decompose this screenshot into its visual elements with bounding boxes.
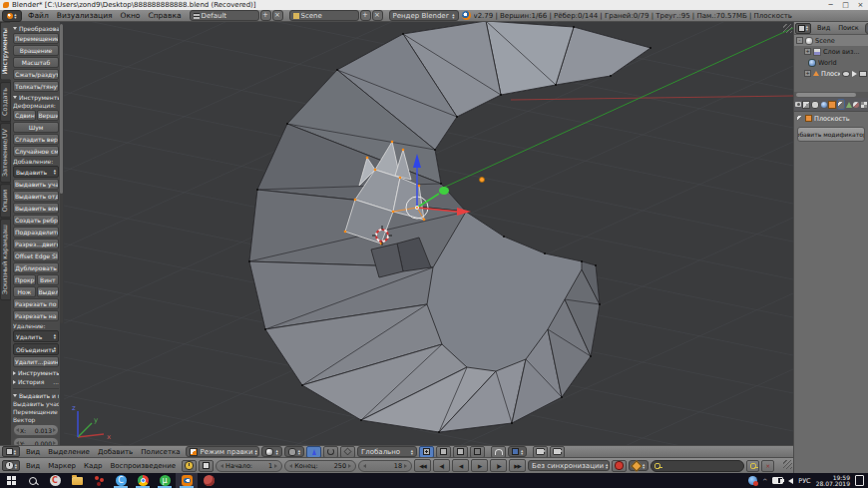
3d-viewport[interactable]: x y z xyxy=(64,22,793,445)
play-button[interactable] xyxy=(471,459,488,472)
mesh-tool-button[interactable]: Создать ребро/г... xyxy=(13,215,59,226)
mesh-tool-button[interactable]: Подразделить xyxy=(13,227,59,238)
expand-toggle-icon[interactable]: + xyxy=(804,48,811,55)
taskbar-file-explorer[interactable] xyxy=(66,473,88,488)
occlude-geometry-button[interactable] xyxy=(470,446,485,458)
mode-select[interactable]: Режим правки xyxy=(186,446,259,457)
tab-modifiers[interactable] xyxy=(837,99,845,110)
tab-object-data[interactable] xyxy=(846,99,852,110)
shading-select[interactable] xyxy=(261,446,281,457)
taskbar-app-brain[interactable] xyxy=(198,473,219,488)
outliner-item-plane[interactable]: + Плоскость xyxy=(794,68,868,79)
menu-item[interactable]: Выделение xyxy=(44,448,94,456)
network-status-icon[interactable] xyxy=(748,476,757,485)
taskbar-search-button[interactable] xyxy=(22,473,44,488)
preview-range-button[interactable] xyxy=(182,460,197,472)
expand-toggle-icon[interactable]: + xyxy=(804,70,811,77)
menu-item[interactable]: Вид xyxy=(22,448,44,456)
mesh-tool-button[interactable]: Прокру xyxy=(13,274,36,285)
editor-type-button[interactable] xyxy=(2,446,20,457)
delete-keyframe-button[interactable]: × xyxy=(761,460,774,472)
toolshelf-tab[interactable]: Опции xyxy=(0,184,11,218)
add-layout-button[interactable] xyxy=(260,10,271,21)
tab-object[interactable] xyxy=(828,99,836,110)
maximize-button[interactable] xyxy=(838,0,853,10)
toolshelf-tab[interactable]: Затенение/UV xyxy=(0,123,11,183)
taskbar-ccleaner[interactable] xyxy=(44,473,66,488)
previous-keyframe-button[interactable] xyxy=(433,459,450,472)
taskbar-browser-c[interactable] xyxy=(110,473,132,488)
edge-select-button[interactable] xyxy=(436,446,451,458)
keying-set-select[interactable] xyxy=(629,460,649,471)
outliner-item-renderlayers[interactable]: + Слои виз... xyxy=(794,46,868,57)
language-indicator[interactable]: РУС xyxy=(798,477,810,485)
mesh-tool-button[interactable]: Разрезать по пр... xyxy=(13,298,59,309)
mesh-tool-button[interactable]: Нож xyxy=(13,286,36,297)
delete-select[interactable]: Удалить xyxy=(13,330,59,342)
tab-scene[interactable] xyxy=(811,99,819,110)
add-modifier-button[interactable]: Добавить модификатор xyxy=(797,127,865,142)
mesh-tool-button[interactable]: Дублировать xyxy=(13,262,59,273)
face-select-button[interactable] xyxy=(453,446,468,458)
delete-layout-button[interactable] xyxy=(272,10,283,21)
taskbar-clock[interactable]: 19:59 28.07.2019 xyxy=(816,475,850,487)
menu-item[interactable]: Вид xyxy=(22,462,44,470)
current-frame-field[interactable]: 18 xyxy=(358,460,412,472)
tray-expand-icon[interactable] xyxy=(762,477,767,484)
selectability-pointer-icon[interactable] xyxy=(852,71,857,77)
speaker-icon[interactable] xyxy=(788,478,793,484)
outliner-editor-type-button[interactable] xyxy=(795,23,811,34)
outliner-item-world[interactable]: World xyxy=(794,57,868,68)
menu-item[interactable]: Справка xyxy=(144,11,185,20)
transform-button[interactable]: Сжать/раздуть xyxy=(13,69,59,80)
extrude-select[interactable]: Выдавить xyxy=(13,166,59,178)
jump-to-start-button[interactable] xyxy=(414,459,431,472)
orientation-select[interactable]: Глобально xyxy=(357,446,417,457)
mesh-tool-button[interactable]: Offset Edge Slide xyxy=(13,250,59,261)
decrement-arrow-icon[interactable] xyxy=(16,428,19,432)
panel-history-header[interactable]: История... xyxy=(13,377,59,386)
tab-render-layers[interactable] xyxy=(802,99,810,110)
deform-button[interactable]: Случайное сме... xyxy=(13,146,59,157)
mesh-tool-button[interactable]: Выдела xyxy=(37,286,60,297)
toolshelf-tab[interactable]: Инструменты xyxy=(0,22,11,81)
insert-keyframe-button[interactable] xyxy=(746,460,759,472)
remove-doubles-button[interactable]: Удалит...раины xyxy=(13,356,59,367)
viewport-resize-grip[interactable] xyxy=(783,24,792,33)
tab-texture[interactable] xyxy=(861,99,867,110)
mesh-tool-button[interactable]: Винт xyxy=(37,274,60,285)
taskbar-blender[interactable] xyxy=(176,473,198,488)
render-engine-select[interactable]: Рендер Blender xyxy=(389,10,459,21)
outliner-item-scene[interactable]: - Scene xyxy=(794,35,868,46)
transform-button[interactable]: Толкать/тянуть xyxy=(13,81,59,92)
mesh-tool-button[interactable]: Разрезать на 2 ... xyxy=(13,310,59,321)
mesh-tool-button[interactable]: Выдавить участ... xyxy=(13,179,59,190)
tab-material[interactable] xyxy=(853,99,859,110)
jump-to-end-button[interactable] xyxy=(509,459,526,472)
auto-keyframe-button[interactable] xyxy=(612,460,627,472)
screen-layout-select[interactable]: Default xyxy=(190,10,259,21)
keying-set-search-field[interactable] xyxy=(651,460,744,472)
frame-start-field[interactable]: Начало:1 xyxy=(216,460,282,472)
pivot-select[interactable] xyxy=(284,446,304,457)
timeline-editor-type-button[interactable] xyxy=(2,460,20,471)
panel-weight-tools-header[interactable]: Инструменты ве... xyxy=(13,368,59,377)
snap-element-select[interactable] xyxy=(508,446,527,457)
renderability-camera-icon[interactable] xyxy=(859,71,867,77)
taskbar-chrome[interactable] xyxy=(132,473,154,488)
mesh-tool-button[interactable]: Выдавить вовн... xyxy=(13,203,59,214)
sync-select[interactable]: Без синхронизации xyxy=(528,460,610,471)
timeline-resize-grip[interactable] xyxy=(783,460,792,469)
close-button[interactable] xyxy=(853,0,868,10)
frame-end-field[interactable]: Конец:250 xyxy=(284,460,356,472)
mesh-tool-button[interactable]: Выдавить отде... xyxy=(13,191,59,202)
tab-world[interactable] xyxy=(820,99,826,110)
taskbar-utorrent[interactable] xyxy=(154,473,176,488)
operator-panel-header[interactable]: Выдавить и пере... xyxy=(13,391,59,400)
transform-button[interactable]: Вращение xyxy=(13,45,59,56)
manipulator-rotate-button[interactable] xyxy=(323,446,338,458)
menu-item[interactable]: Вид xyxy=(813,24,834,32)
menu-item[interactable]: Файл xyxy=(24,11,53,20)
minimize-button[interactable] xyxy=(823,0,838,10)
crescent-mesh[interactable] xyxy=(249,22,651,432)
